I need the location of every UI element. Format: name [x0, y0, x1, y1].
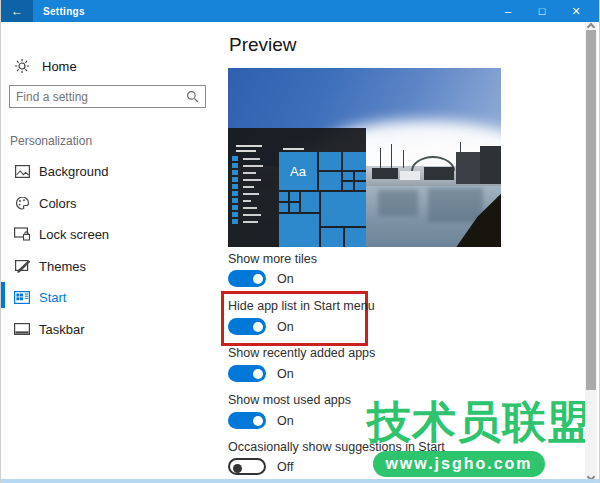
toggle-suggestions[interactable] [228, 458, 266, 475]
watermark-text: 技术员联盟 [367, 398, 597, 446]
watermark-url-badge: www.jsgho.com [373, 451, 545, 477]
toggle-most-used[interactable] [228, 412, 266, 429]
sidebar-item-label: Home [42, 59, 77, 74]
sidebar: Home Personalization Background Colors [1, 22, 221, 483]
toggle-state: Off [277, 460, 293, 474]
gear-icon [14, 58, 30, 74]
sidebar-item-label: Colors [39, 196, 77, 211]
themes-icon [14, 259, 30, 273]
sidebar-item-label: Lock screen [39, 227, 109, 242]
toggle-hide-app-list[interactable] [228, 318, 266, 335]
tile-aa: Aa [279, 152, 317, 190]
lock-screen-icon [14, 227, 30, 241]
image-icon [14, 165, 30, 178]
start-icon [14, 291, 30, 304]
sidebar-item-label: Background [39, 164, 108, 179]
toggle-show-more-tiles[interactable] [228, 270, 266, 287]
setting-label-show-more-tiles: Show more tiles [228, 252, 317, 266]
setting-label-most-used: Show most used apps [228, 393, 351, 407]
sidebar-item-taskbar[interactable]: Taskbar [1, 316, 221, 342]
toggle-recently-added[interactable] [228, 365, 266, 382]
section-label: Personalization [10, 134, 92, 148]
search-icon [186, 90, 199, 103]
app-list-preview [232, 156, 263, 226]
tile-grid-preview: Aa [279, 152, 366, 247]
vertical-scrollbar[interactable] [585, 22, 597, 483]
toggle-state: On [277, 320, 294, 334]
sidebar-item-label: Start [39, 290, 66, 305]
minimize-button[interactable]: – [491, 0, 525, 22]
back-button[interactable]: ← [1, 0, 33, 22]
close-button[interactable]: ✕ [559, 0, 593, 22]
search-box [9, 85, 206, 108]
scrollbar-thumb[interactable] [586, 30, 596, 390]
titlebar: ← Settings – □ ✕ [1, 0, 600, 22]
sidebar-item-lock-screen[interactable]: Lock screen [1, 221, 221, 247]
page-title: Preview [229, 34, 297, 56]
start-preview-image: Aa [228, 68, 501, 247]
watermark-url: www.jsgho.com [385, 455, 532, 473]
sidebar-item-background[interactable]: Background [1, 158, 221, 184]
sidebar-item-home[interactable]: Home [14, 58, 77, 74]
sidebar-item-themes[interactable]: Themes [1, 253, 221, 279]
start-menu-preview: Aa [228, 128, 366, 247]
sidebar-item-start[interactable]: Start [1, 284, 221, 310]
window-bottom-edge [1, 479, 600, 483]
sidebar-item-label: Taskbar [39, 322, 85, 337]
palette-icon [14, 196, 30, 210]
setting-label-recently-added: Show recently added apps [228, 346, 375, 360]
sidebar-item-colors[interactable]: Colors [1, 190, 221, 216]
sidebar-item-label: Themes [39, 259, 86, 274]
maximize-button[interactable]: □ [525, 0, 559, 22]
search-input[interactable] [10, 90, 186, 104]
setting-label-hide-app-list: Hide app list in Start menu [228, 299, 375, 313]
window-title: Settings [43, 6, 85, 17]
toggle-state: On [277, 367, 294, 381]
settings-window: ← Settings – □ ✕ Home Personalization [0, 0, 600, 483]
toggle-state: On [277, 272, 294, 286]
selected-item-indicator [1, 282, 5, 308]
toggle-state: On [277, 414, 294, 428]
taskbar-icon [14, 323, 30, 335]
